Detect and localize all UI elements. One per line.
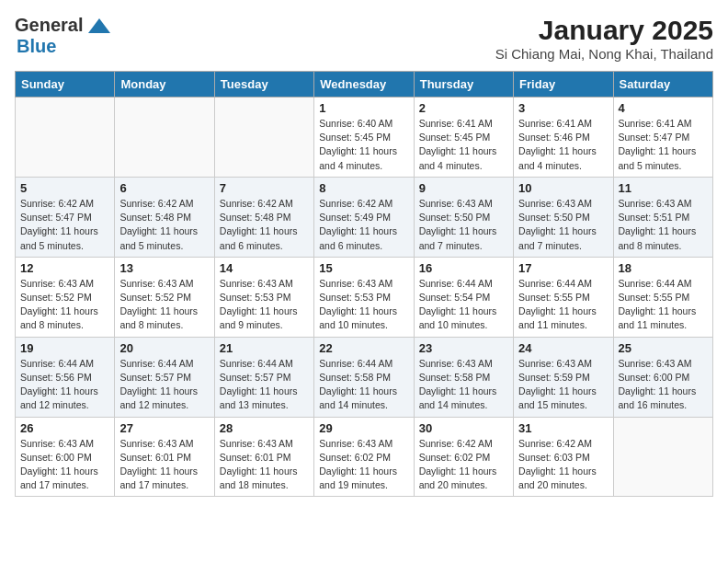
- day-number: 17: [518, 261, 608, 275]
- calendar-day-cell: 7Sunrise: 6:42 AM Sunset: 5:48 PM Daylig…: [214, 177, 313, 257]
- day-number: 31: [518, 421, 608, 435]
- day-number: 30: [419, 421, 508, 435]
- day-info: Sunrise: 6:41 AM Sunset: 5:45 PM Dayligh…: [419, 117, 508, 173]
- calendar-title: January 2025: [495, 15, 713, 46]
- calendar-day-cell: [613, 417, 712, 497]
- calendar-day-cell: [214, 98, 313, 178]
- calendar-day-cell: 25Sunrise: 6:43 AM Sunset: 6:00 PM Dayli…: [613, 337, 712, 417]
- calendar-week-row: 5Sunrise: 6:42 AM Sunset: 5:47 PM Daylig…: [16, 177, 713, 257]
- weekday-header-thursday: Thursday: [414, 72, 513, 98]
- day-info: Sunrise: 6:42 AM Sunset: 6:02 PM Dayligh…: [419, 437, 508, 493]
- calendar-day-cell: 19Sunrise: 6:44 AM Sunset: 5:56 PM Dayli…: [16, 337, 115, 417]
- calendar-day-cell: 5Sunrise: 6:42 AM Sunset: 5:47 PM Daylig…: [16, 177, 115, 257]
- calendar-day-cell: 18Sunrise: 6:44 AM Sunset: 5:55 PM Dayli…: [613, 257, 712, 337]
- calendar-day-cell: 30Sunrise: 6:42 AM Sunset: 6:02 PM Dayli…: [414, 417, 513, 497]
- day-number: 19: [20, 341, 109, 355]
- calendar-day-cell: 15Sunrise: 6:43 AM Sunset: 5:53 PM Dayli…: [314, 257, 414, 337]
- calendar-day-cell: 29Sunrise: 6:43 AM Sunset: 6:02 PM Dayli…: [314, 417, 414, 497]
- day-number: 23: [419, 341, 508, 355]
- day-info: Sunrise: 6:44 AM Sunset: 5:57 PM Dayligh…: [220, 357, 309, 413]
- calendar-week-row: 26Sunrise: 6:43 AM Sunset: 6:00 PM Dayli…: [16, 417, 713, 497]
- calendar-day-cell: 22Sunrise: 6:44 AM Sunset: 5:58 PM Dayli…: [314, 337, 414, 417]
- day-number: 5: [20, 181, 109, 195]
- calendar-week-row: 19Sunrise: 6:44 AM Sunset: 5:56 PM Dayli…: [16, 337, 713, 417]
- day-number: 18: [619, 261, 708, 275]
- logo-icon: [86, 17, 112, 35]
- day-info: Sunrise: 6:42 AM Sunset: 5:48 PM Dayligh…: [119, 197, 209, 253]
- calendar-day-cell: 13Sunrise: 6:43 AM Sunset: 5:52 PM Dayli…: [115, 257, 214, 337]
- calendar-day-cell: 17Sunrise: 6:44 AM Sunset: 5:55 PM Dayli…: [514, 257, 613, 337]
- calendar-day-cell: 11Sunrise: 6:43 AM Sunset: 5:51 PM Dayli…: [613, 177, 712, 257]
- weekday-header-tuesday: Tuesday: [214, 72, 313, 98]
- day-number: 16: [419, 261, 508, 275]
- day-number: 10: [518, 181, 608, 195]
- day-number: 20: [119, 341, 209, 355]
- title-block: January 2025 Si Chiang Mai, Nong Khai, T…: [495, 15, 713, 62]
- day-number: 9: [419, 181, 508, 195]
- day-info: Sunrise: 6:43 AM Sunset: 5:59 PM Dayligh…: [518, 357, 608, 413]
- day-info: Sunrise: 6:43 AM Sunset: 6:00 PM Dayligh…: [20, 437, 109, 493]
- logo-text-blue: Blue: [17, 36, 56, 56]
- day-info: Sunrise: 6:43 AM Sunset: 6:02 PM Dayligh…: [319, 437, 408, 493]
- day-info: Sunrise: 6:43 AM Sunset: 5:51 PM Dayligh…: [619, 197, 708, 253]
- day-number: 2: [419, 101, 508, 115]
- calendar-day-cell: 27Sunrise: 6:43 AM Sunset: 6:01 PM Dayli…: [115, 417, 214, 497]
- calendar-day-cell: 26Sunrise: 6:43 AM Sunset: 6:00 PM Dayli…: [16, 417, 115, 497]
- day-info: Sunrise: 6:43 AM Sunset: 5:52 PM Dayligh…: [20, 277, 109, 333]
- day-info: Sunrise: 6:42 AM Sunset: 5:49 PM Dayligh…: [319, 197, 408, 253]
- day-info: Sunrise: 6:43 AM Sunset: 6:00 PM Dayligh…: [619, 357, 708, 413]
- day-info: Sunrise: 6:44 AM Sunset: 5:56 PM Dayligh…: [20, 357, 109, 413]
- weekday-header-sunday: Sunday: [16, 72, 115, 98]
- svg-marker-0: [88, 18, 110, 33]
- day-number: 1: [319, 101, 408, 115]
- day-info: Sunrise: 6:42 AM Sunset: 5:48 PM Dayligh…: [220, 197, 309, 253]
- calendar-day-cell: 4Sunrise: 6:41 AM Sunset: 5:47 PM Daylig…: [613, 98, 712, 178]
- day-number: 26: [20, 421, 109, 435]
- day-number: 22: [319, 341, 408, 355]
- day-number: 14: [220, 261, 309, 275]
- calendar-day-cell: 9Sunrise: 6:43 AM Sunset: 5:50 PM Daylig…: [414, 177, 513, 257]
- calendar-day-cell: 8Sunrise: 6:42 AM Sunset: 5:49 PM Daylig…: [314, 177, 414, 257]
- day-number: 15: [319, 261, 408, 275]
- day-info: Sunrise: 6:43 AM Sunset: 5:58 PM Dayligh…: [419, 357, 508, 413]
- day-info: Sunrise: 6:44 AM Sunset: 5:54 PM Dayligh…: [419, 277, 508, 333]
- day-info: Sunrise: 6:43 AM Sunset: 5:50 PM Dayligh…: [518, 197, 608, 253]
- calendar-day-cell: 28Sunrise: 6:43 AM Sunset: 6:01 PM Dayli…: [214, 417, 313, 497]
- calendar-day-cell: [115, 98, 214, 178]
- logo-text-general: General: [15, 15, 83, 36]
- calendar-subtitle: Si Chiang Mai, Nong Khai, Thailand: [495, 46, 713, 62]
- day-info: Sunrise: 6:43 AM Sunset: 5:52 PM Dayligh…: [119, 277, 209, 333]
- calendar-day-cell: 14Sunrise: 6:43 AM Sunset: 5:53 PM Dayli…: [214, 257, 313, 337]
- day-info: Sunrise: 6:44 AM Sunset: 5:55 PM Dayligh…: [619, 277, 708, 333]
- day-number: 12: [20, 261, 109, 275]
- day-info: Sunrise: 6:42 AM Sunset: 5:47 PM Dayligh…: [20, 197, 109, 253]
- logo: General Blue: [15, 15, 112, 57]
- day-info: Sunrise: 6:43 AM Sunset: 6:01 PM Dayligh…: [220, 437, 309, 493]
- calendar-day-cell: 3Sunrise: 6:41 AM Sunset: 5:46 PM Daylig…: [514, 98, 613, 178]
- day-number: 27: [119, 421, 209, 435]
- day-info: Sunrise: 6:41 AM Sunset: 5:47 PM Dayligh…: [619, 117, 708, 173]
- day-number: 21: [220, 341, 309, 355]
- weekday-header-friday: Friday: [514, 72, 613, 98]
- calendar-day-cell: 2Sunrise: 6:41 AM Sunset: 5:45 PM Daylig…: [414, 98, 513, 178]
- day-number: 24: [518, 341, 608, 355]
- day-number: 28: [220, 421, 309, 435]
- weekday-header-saturday: Saturday: [613, 72, 712, 98]
- calendar-table: SundayMondayTuesdayWednesdayThursdayFrid…: [15, 71, 713, 497]
- day-info: Sunrise: 6:42 AM Sunset: 6:03 PM Dayligh…: [518, 437, 608, 493]
- calendar-week-row: 1Sunrise: 6:40 AM Sunset: 5:45 PM Daylig…: [16, 98, 713, 178]
- calendar-day-cell: 6Sunrise: 6:42 AM Sunset: 5:48 PM Daylig…: [115, 177, 214, 257]
- day-info: Sunrise: 6:44 AM Sunset: 5:57 PM Dayligh…: [119, 357, 209, 413]
- day-number: 13: [119, 261, 209, 275]
- day-info: Sunrise: 6:43 AM Sunset: 5:53 PM Dayligh…: [319, 277, 408, 333]
- day-number: 6: [119, 181, 209, 195]
- calendar-week-row: 12Sunrise: 6:43 AM Sunset: 5:52 PM Dayli…: [16, 257, 713, 337]
- calendar-day-cell: 10Sunrise: 6:43 AM Sunset: 5:50 PM Dayli…: [514, 177, 613, 257]
- day-number: 3: [518, 101, 608, 115]
- day-number: 25: [619, 341, 708, 355]
- weekday-header-wednesday: Wednesday: [314, 72, 414, 98]
- calendar-day-cell: 12Sunrise: 6:43 AM Sunset: 5:52 PM Dayli…: [16, 257, 115, 337]
- day-info: Sunrise: 6:44 AM Sunset: 5:55 PM Dayligh…: [518, 277, 608, 333]
- day-number: 4: [619, 101, 708, 115]
- calendar-day-cell: 24Sunrise: 6:43 AM Sunset: 5:59 PM Dayli…: [514, 337, 613, 417]
